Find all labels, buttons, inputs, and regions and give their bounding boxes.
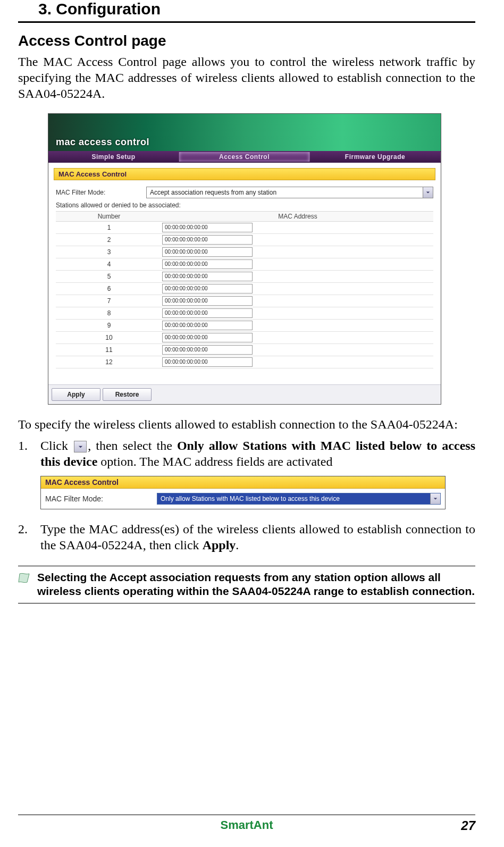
- table-row: 800:00:00:00:00:00: [56, 307, 433, 320]
- step-1-text-a: Click: [40, 439, 73, 452]
- chevron-down-icon[interactable]: [423, 187, 433, 198]
- page-number: 27: [461, 818, 475, 833]
- mac-filter-value: Accept association requests from any sta…: [147, 189, 423, 196]
- row-number: 2: [56, 236, 162, 244]
- tab-simple-setup[interactable]: Simple Setup: [48, 152, 179, 162]
- mac-address-input[interactable]: 00:00:00:00:00:00: [162, 321, 253, 330]
- row-number: 3: [56, 248, 162, 256]
- ui-banner-title: mac access control: [56, 137, 149, 148]
- row-number: 12: [56, 358, 162, 366]
- table-row: 500:00:00:00:00:00: [56, 271, 433, 283]
- row-number: 10: [56, 334, 162, 341]
- footer-product: SmartAnt: [18, 818, 475, 832]
- mac-address-input[interactable]: 00:00:00:00:00:00: [162, 284, 253, 293]
- ss-filter-value: Only allow Stations with MAC listed belo…: [157, 493, 430, 504]
- row-number: 1: [56, 224, 162, 231]
- mac-filter-label: MAC Filter Mode:: [56, 187, 146, 198]
- page-footer: SmartAnt 27: [18, 815, 475, 832]
- table-row: 1200:00:00:00:00:00: [56, 356, 433, 368]
- mac-address-input[interactable]: 00:00:00:00:00:00: [162, 357, 253, 367]
- ui-section-band: MAC Access Control: [54, 168, 435, 180]
- step-2-text-b: .: [236, 538, 239, 552]
- table-row: 700:00:00:00:00:00: [56, 295, 433, 307]
- step-1-text-c: option. The MAC address fields are activ…: [97, 455, 332, 468]
- row-number: 6: [56, 285, 162, 292]
- row-number: 7: [56, 297, 162, 305]
- mac-filter-select[interactable]: Accept association requests from any sta…: [146, 187, 433, 198]
- row-number: 11: [56, 346, 162, 354]
- screenshot-main: mac access control Simple Setup Access C…: [48, 113, 441, 405]
- mac-address-input[interactable]: 00:00:00:00:00:00: [162, 345, 253, 355]
- screenshot-filter-mode: MAC Access Control MAC Filter Mode: Only…: [40, 476, 446, 509]
- col-mac: MAC Address: [162, 212, 433, 221]
- note-icon: [18, 571, 32, 599]
- mac-address-input[interactable]: 00:00:00:00:00:00: [162, 247, 253, 257]
- tab-access-control[interactable]: Access Control: [179, 152, 310, 162]
- table-row: 200:00:00:00:00:00: [56, 234, 433, 246]
- mac-address-input[interactable]: 00:00:00:00:00:00: [162, 333, 253, 342]
- row-number: 5: [56, 273, 162, 280]
- table-row: 1100:00:00:00:00:00: [56, 344, 433, 356]
- ss-band: MAC Access Control: [41, 476, 445, 489]
- ui-tabbar: Simple Setup Access Control Firmware Upg…: [48, 151, 441, 163]
- table-row: 600:00:00:00:00:00: [56, 283, 433, 295]
- step-1-text-b: , then select the: [88, 439, 177, 452]
- ui-banner: mac access control: [48, 114, 441, 151]
- col-number: Number: [56, 212, 162, 221]
- table-row: 100:00:00:00:00:00: [56, 222, 433, 234]
- mac-address-input[interactable]: 00:00:00:00:00:00: [162, 296, 253, 306]
- row-number: 4: [56, 261, 162, 268]
- mac-address-input[interactable]: 00:00:00:00:00:00: [162, 272, 253, 281]
- mac-address-input[interactable]: 00:00:00:00:00:00: [162, 223, 253, 232]
- table-row: 1000:00:00:00:00:00: [56, 332, 433, 344]
- section-heading: Access Control page: [18, 32, 475, 49]
- table-row: 400:00:00:00:00:00: [56, 258, 433, 271]
- table-row: 300:00:00:00:00:00: [56, 246, 433, 258]
- note-text: Selecting the Accept association request…: [37, 571, 475, 599]
- note-block: Selecting the Accept association request…: [18, 566, 475, 603]
- row-number: 8: [56, 309, 162, 317]
- mac-address-input[interactable]: 00:00:00:00:00:00: [162, 308, 253, 318]
- instruction-lead: To specify the wireless clients allowed …: [18, 416, 475, 432]
- mac-address-input[interactable]: 00:00:00:00:00:00: [162, 235, 253, 245]
- step-2: 2. Type the MAC address(es) of the wirel…: [18, 521, 475, 553]
- restore-button[interactable]: Restore: [103, 388, 152, 401]
- table-row: 900:00:00:00:00:00: [56, 320, 433, 332]
- dropdown-arrow-icon[interactable]: [74, 441, 87, 452]
- chapter-heading: 3. Configuration: [18, 0, 475, 21]
- step-2-text-a: Type the MAC address(es) of the wireless…: [40, 522, 475, 552]
- row-number: 9: [56, 322, 162, 329]
- divider: [18, 21, 475, 23]
- ss-filter-label: MAC Filter Mode:: [45, 494, 157, 503]
- step-2-bold: Apply: [203, 538, 236, 552]
- stations-label: Stations allowed or denied to be associa…: [48, 199, 441, 211]
- ss-filter-select[interactable]: Only allow Stations with MAC listed belo…: [157, 493, 441, 505]
- mac-table: Number MAC Address 100:00:00:00:00:00200…: [56, 211, 433, 368]
- intro-paragraph: The MAC Access Control page allows you t…: [18, 54, 475, 102]
- mac-address-input[interactable]: 00:00:00:00:00:00: [162, 259, 253, 269]
- step-1: 1. Click , then select the Only allow St…: [18, 438, 475, 469]
- tab-firmware-upgrade[interactable]: Firmware Upgrade: [310, 152, 441, 162]
- chevron-down-icon[interactable]: [430, 493, 440, 504]
- apply-button[interactable]: Apply: [52, 388, 100, 401]
